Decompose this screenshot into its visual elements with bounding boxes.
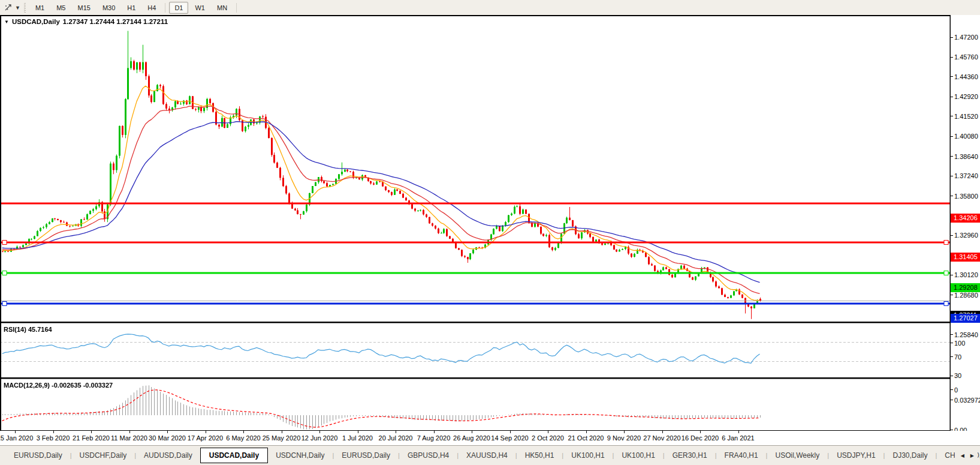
crosshair-cursor-glyph bbox=[4, 4, 13, 11]
axis-tick-mark bbox=[951, 97, 953, 97]
price-tick-label: 1.41520 bbox=[951, 112, 978, 120]
tab-usdcad-daily[interactable]: USDCAD,Daily bbox=[200, 448, 268, 463]
tab-audusd-daily[interactable]: AUDUSD,Daily bbox=[136, 448, 200, 463]
date-label: 12 Jun 2020 bbox=[301, 434, 338, 442]
tab-ger30-h1[interactable]: GER30,H1 bbox=[665, 448, 715, 463]
timeframe-button-mn[interactable]: MN bbox=[212, 2, 233, 14]
tab-eurusd-daily[interactable]: EURUSD,Daily bbox=[6, 448, 70, 463]
timeframe-button-m1[interactable]: M1 bbox=[30, 2, 50, 14]
date-label: 20 Jul 2020 bbox=[379, 434, 413, 442]
date-tick-mark bbox=[243, 431, 244, 433]
chart-window: ▼ USDCAD,Daily 1.27347 1.27444 1.27144 1… bbox=[0, 15, 980, 431]
timeframe-button-h1[interactable]: H1 bbox=[122, 2, 141, 14]
tab-usdchf-daily[interactable]: USDCHF,Daily bbox=[72, 448, 135, 463]
chevron-down-icon[interactable]: ▼ bbox=[14, 5, 23, 11]
date-label: 6 Jan 2021 bbox=[722, 434, 754, 442]
price-tick-label: 1.28680 bbox=[951, 291, 978, 299]
axis-tick-mark bbox=[951, 334, 953, 335]
date-label: 16 Dec 2020 bbox=[682, 434, 719, 442]
tab-dj30-daily[interactable]: DJ30,Daily bbox=[885, 448, 935, 463]
axis-tick-mark bbox=[951, 76, 953, 77]
date-label: 3 Feb 2020 bbox=[37, 434, 70, 442]
price-tick-label: 1.44360 bbox=[951, 73, 978, 80]
rsi-scale-label: 100 bbox=[951, 339, 965, 347]
date-tick-mark bbox=[358, 431, 358, 433]
axis-tick-mark bbox=[951, 295, 953, 295]
tab-scroll-arrows: ◀▶ bbox=[955, 446, 978, 465]
axis-tick-text: 1.30120 bbox=[954, 271, 978, 278]
date-tick-mark bbox=[510, 431, 511, 433]
axis-tick-text: 1.38640 bbox=[954, 153, 978, 160]
date-label: 25 May 2020 bbox=[263, 434, 301, 442]
macd-scale-label: 0.032972 bbox=[951, 396, 980, 404]
date-tick-mark bbox=[167, 431, 168, 433]
tab-scroll-left-icon[interactable]: ◀ bbox=[961, 453, 964, 458]
axis-tick-mark bbox=[951, 37, 953, 38]
trading-terminal: ▼ M1M5M15M30H1H4D1W1MN ▼ USDCAD,Daily 1.… bbox=[0, 0, 980, 465]
tab-eurusd-daily[interactable]: EURUSD,Daily bbox=[334, 448, 398, 463]
axis-tick-mark bbox=[951, 356, 953, 357]
tab-uk100-h1[interactable]: UK100,H1 bbox=[614, 448, 662, 463]
tab-hk50-h1[interactable]: HK50,H1 bbox=[517, 448, 562, 463]
tab-xauusd-h4[interactable]: XAUUSD,H4 bbox=[459, 448, 515, 463]
date-tick-mark bbox=[15, 431, 16, 433]
toolbar-grip[interactable] bbox=[24, 3, 26, 13]
price-axis[interactable]: 1.472001.457601.443601.429201.415201.400… bbox=[951, 30, 980, 446]
date-tick-mark bbox=[472, 431, 472, 433]
date-label: 14 Sep 2020 bbox=[491, 434, 528, 442]
date-label: 2 Oct 2020 bbox=[532, 434, 564, 442]
rsi-scale-label: 70 bbox=[951, 353, 961, 361]
chart-title: ▼ USDCAD,Daily 1.27347 1.27444 1.27144 1… bbox=[4, 18, 168, 25]
date-label: 27 Nov 2020 bbox=[643, 434, 680, 442]
axis-tick-mark bbox=[951, 116, 953, 116]
chart-canvas[interactable] bbox=[0, 15, 951, 431]
timeframe-button-d1[interactable]: D1 bbox=[169, 2, 188, 14]
timeframe-buttons: M1M5M15M30H1H4D1W1MN bbox=[29, 2, 240, 14]
axis-tick-mark bbox=[951, 275, 953, 275]
timeframe-button-m5[interactable]: M5 bbox=[51, 2, 71, 14]
price-badge: 1.31405 bbox=[951, 253, 980, 262]
chart-tab-bar: EURUSD,Daily|USDCHF,Daily|AUDUSD,DailyUS… bbox=[0, 445, 980, 465]
timeframe-button-m15[interactable]: M15 bbox=[72, 2, 95, 14]
timeframe-button-h4[interactable]: H4 bbox=[142, 2, 161, 14]
chart-ohlc-values: 1.27347 1.27444 1.27144 1.27211 bbox=[63, 18, 168, 25]
tab-usdcnh-daily[interactable]: USDCNH,Daily bbox=[268, 448, 332, 463]
axis-tick-text: 1.28680 bbox=[954, 292, 978, 299]
price-tick-label: 1.47200 bbox=[951, 34, 978, 41]
tab-gbpusd-h4[interactable]: GBPUSD,H4 bbox=[400, 448, 457, 463]
crosshair-cursor-icon[interactable] bbox=[2, 2, 14, 13]
date-tick-mark bbox=[396, 431, 396, 433]
price-tick-label: 1.30120 bbox=[951, 271, 978, 279]
chart-menu-icon[interactable]: ▼ bbox=[4, 19, 9, 25]
tab-uk100-h1[interactable]: UK100,H1 bbox=[563, 448, 612, 463]
chart-symbol-label: USDCAD,Daily bbox=[12, 18, 60, 25]
tab-fra40-h1[interactable]: FRA40,H1 bbox=[717, 448, 766, 463]
axis-tick-text: 100 bbox=[954, 340, 965, 347]
date-label: 11 Mar 2020 bbox=[111, 434, 147, 442]
tab-usoil-weekly[interactable]: USOil,Weekly bbox=[767, 448, 827, 463]
axis-tick-text: 1.41520 bbox=[954, 113, 978, 120]
axis-tick-mark bbox=[951, 376, 953, 376]
axis-tick-text: 1.35800 bbox=[954, 193, 978, 200]
timeframe-button-w1[interactable]: W1 bbox=[189, 2, 210, 14]
timeframe-button-m30[interactable]: M30 bbox=[97, 2, 120, 14]
date-axis[interactable]: 15 Jan 20203 Feb 202021 Feb 202011 Mar 2… bbox=[0, 431, 980, 445]
axis-tick-text: 1.32960 bbox=[954, 232, 978, 239]
toolbar-separator bbox=[236, 3, 237, 13]
price-badge: 1.34206 bbox=[951, 214, 980, 223]
axis-tick-text: 1.40080 bbox=[954, 133, 978, 140]
date-tick-mark bbox=[206, 431, 206, 433]
date-tick-mark bbox=[319, 431, 320, 433]
price-tick-label: 1.40080 bbox=[951, 133, 978, 140]
date-tick-mark bbox=[548, 431, 548, 433]
axis-tick-mark bbox=[951, 235, 953, 236]
tab-usdjpy-h1[interactable]: USDJPY,H1 bbox=[829, 448, 883, 463]
rsi-scale-label: 0 bbox=[951, 386, 958, 394]
date-tick-mark bbox=[53, 431, 54, 433]
axis-tick-mark bbox=[951, 136, 953, 137]
date-tick-mark bbox=[282, 431, 282, 433]
tab-scroll-right-icon[interactable]: ▶ bbox=[970, 453, 974, 458]
price-badge: 1.27027 bbox=[951, 314, 980, 323]
axis-tick-text: 0.032972 bbox=[954, 397, 980, 404]
date-label: 6 May 2020 bbox=[226, 434, 260, 442]
